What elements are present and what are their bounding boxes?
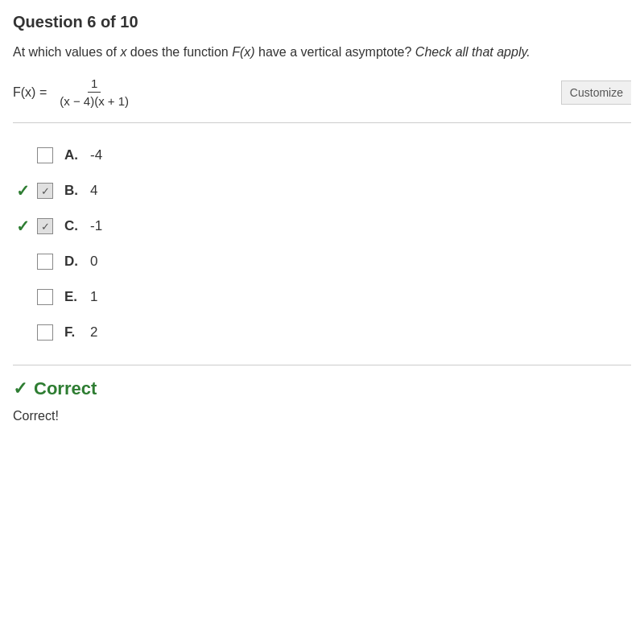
option-A-value: -4	[90, 147, 102, 163]
option-C-value: -1	[90, 218, 102, 234]
question-text-before: At which values of	[13, 45, 120, 59]
fraction: 1 (x − 4)(x + 1)	[56, 76, 132, 108]
formula-label: F(x) =	[13, 85, 47, 100]
formula: F(x) = 1 (x − 4)(x + 1)	[13, 76, 132, 108]
question-text-after: have a vertical asymptote? Check all tha…	[255, 45, 530, 59]
option-B: ✓ B. 4	[13, 175, 631, 207]
option-E-value: 1	[90, 289, 97, 305]
top-divider	[13, 122, 631, 123]
fraction-numerator: 1	[88, 76, 101, 93]
result-message: Correct!	[13, 409, 631, 423]
formula-row: F(x) = 1 (x − 4)(x + 1) Customize	[13, 76, 631, 108]
option-F-label: F.	[64, 324, 84, 341]
result-row: ✓ Correct	[13, 378, 631, 399]
option-A: A. -4	[13, 139, 631, 171]
option-C-label: C.	[64, 218, 84, 234]
result-status: Correct	[34, 378, 97, 399]
option-E: E. 1	[13, 281, 631, 313]
checkbox-A[interactable]	[37, 147, 53, 163]
option-C: ✓ C. -1	[13, 210, 631, 242]
option-B-value: 4	[90, 183, 97, 199]
question-text-middle: does the function	[126, 45, 232, 59]
options-list: A. -4 ✓ B. 4 ✓ C. -1 D. 0 E. 1 F. 2	[13, 139, 631, 349]
option-A-label: A.	[64, 147, 84, 163]
option-E-label: E.	[64, 289, 84, 305]
option-D: D. 0	[13, 246, 631, 278]
customize-button[interactable]: Customize	[561, 80, 631, 105]
result-checkmark-icon: ✓	[13, 378, 27, 399]
option-F: F. 2	[13, 316, 631, 349]
checkbox-B[interactable]	[37, 183, 53, 199]
checkbox-D[interactable]	[37, 254, 53, 270]
option-F-value: 2	[90, 324, 97, 341]
checkbox-C[interactable]	[37, 218, 53, 234]
question-text: At which values of x does the function F…	[13, 43, 631, 62]
correct-check-B: ✓	[16, 181, 30, 200]
option-D-label: D.	[64, 254, 84, 270]
question-header: Question 6 of 10	[13, 13, 631, 31]
checkbox-F[interactable]	[37, 324, 53, 341]
option-D-value: 0	[90, 254, 97, 270]
checkbox-E[interactable]	[37, 289, 53, 305]
bottom-divider	[13, 365, 631, 365]
option-B-label: B.	[64, 183, 84, 199]
correct-check-C: ✓	[16, 217, 30, 236]
fraction-denominator: (x − 4)(x + 1)	[56, 93, 132, 108]
fx-variable: F(x)	[232, 45, 254, 59]
